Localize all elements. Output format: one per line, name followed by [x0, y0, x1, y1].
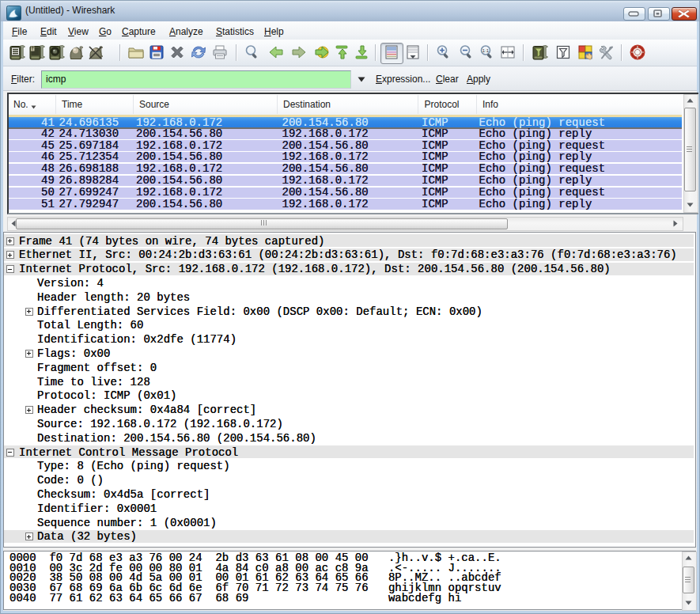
svg-text:1:1: 1:1 [482, 48, 489, 53]
